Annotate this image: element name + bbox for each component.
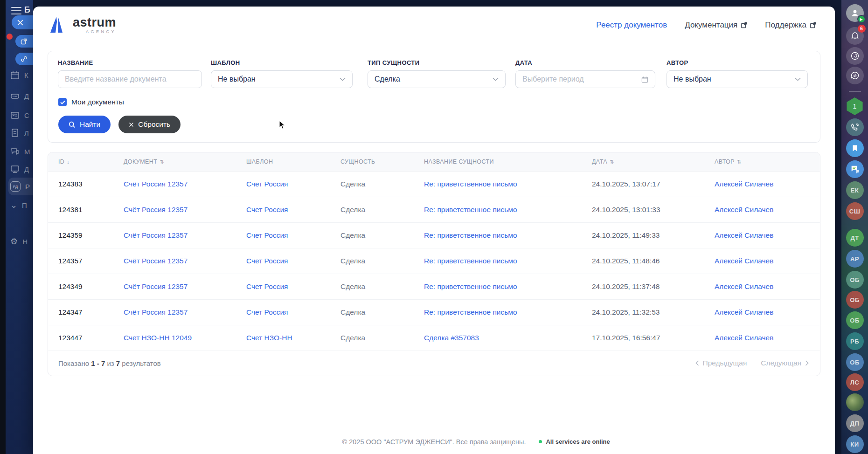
template-link[interactable]: Счет Россия	[246, 282, 288, 290]
chevron-down-icon: ⌄	[10, 200, 17, 210]
document-link[interactable]: Счёт Россия 12357	[124, 308, 187, 316]
close-slider-button[interactable]	[12, 15, 35, 29]
entity-name-link[interactable]: Re: приветственное письмо	[424, 231, 517, 239]
author-link[interactable]: Алексей Силачев	[715, 231, 773, 239]
chevron-right-icon	[805, 360, 809, 366]
template-link[interactable]: Счет Россия	[246, 180, 288, 188]
open-in-new-window-button[interactable]	[15, 35, 35, 48]
notifications-button[interactable]: 6	[846, 27, 864, 45]
chat-avatar[interactable]: ОБ	[846, 353, 864, 371]
link-icon	[21, 55, 28, 62]
top-navigation: Реестр документов Документация Поддержка	[596, 7, 816, 44]
sidebar-item-feed[interactable]: Л	[10, 128, 29, 138]
sidebar-item-settings[interactable]: ⚙ Н	[10, 237, 28, 246]
template-select[interactable]: Не выбран	[211, 70, 353, 88]
sidebar-item-messenger[interactable]: М	[10, 147, 30, 156]
chat-avatar[interactable]: ДП	[846, 414, 864, 432]
left-sidebar: Б К Д С Л М Д РД Р ⌄ П ⚙ Н	[6, 0, 33, 454]
entity-type-select[interactable]: Сделка	[368, 70, 506, 88]
author-link[interactable]: Алексей Силачев	[715, 334, 773, 342]
template-link[interactable]: Счет Россия	[246, 257, 288, 265]
sidebar-item-more[interactable]: ⌄ П	[10, 200, 27, 210]
chat-avatar[interactable]: ОБ	[846, 271, 864, 289]
chat-avatar[interactable]: ЕК	[846, 181, 864, 199]
find-button[interactable]: Найти	[58, 116, 111, 133]
column-header-id[interactable]: ID↓	[58, 158, 124, 165]
tasks-hexagon-badge[interactable]: 1	[846, 97, 864, 115]
date-range-picker[interactable]: Выберите период	[515, 70, 655, 88]
document-link[interactable]: Счет НЗО-НН 12049	[124, 334, 192, 342]
table-header-row: ID↓ ДОКУМЕНТ⇅ ШАБЛОН СУЩНОСТЬ НАЗВАНИЕ С…	[48, 152, 820, 172]
document-link[interactable]: Счёт Россия 12357	[124, 231, 187, 239]
close-icon	[129, 122, 134, 127]
nav-support[interactable]: Поддержка	[765, 21, 816, 30]
open-chats-button[interactable]	[846, 160, 864, 178]
copilot-button[interactable]	[846, 47, 864, 65]
chat-avatar[interactable]: СШ	[846, 202, 864, 220]
sidebar-item-drive[interactable]: Д	[10, 91, 29, 101]
document-link[interactable]: Счёт Россия 12357	[124, 206, 187, 213]
template-link[interactable]: Счет НЗО-НН	[246, 334, 292, 342]
author-link[interactable]: Алексей Силачев	[715, 206, 773, 213]
entity-name-link[interactable]: Re: приветственное письмо	[424, 206, 517, 213]
chat-avatar[interactable]: ДТ	[846, 229, 864, 247]
sidebar-item-document-registry[interactable]: РД Р	[10, 181, 30, 192]
chat-avatar[interactable]: ЛС	[846, 373, 864, 391]
pagination: Предыдущая Следующая	[695, 359, 809, 367]
external-link-icon	[21, 38, 27, 45]
chat-avatar[interactable]: РБ	[846, 332, 864, 350]
chat-avatar-photo[interactable]	[846, 393, 864, 411]
column-header-document[interactable]: ДОКУМЕНТ⇅	[124, 158, 246, 165]
author-link[interactable]: Алексей Силачев	[715, 282, 773, 290]
entity-name-link[interactable]: Re: приветственное письмо	[424, 257, 517, 265]
user-avatar[interactable]: ▶	[846, 4, 864, 22]
services-status: All services are online	[539, 438, 610, 445]
checkbox-checked[interactable]	[58, 98, 67, 106]
nav-document-registry[interactable]: Реестр документов	[596, 21, 667, 30]
spiral-icon	[850, 51, 860, 61]
bookmarks-button[interactable]	[846, 139, 864, 157]
chat-avatar[interactable]: ОБ	[846, 311, 864, 329]
close-icon	[17, 19, 24, 26]
menu-hamburger-icon[interactable]	[11, 7, 21, 14]
document-link[interactable]: Счёт Россия 12357	[124, 257, 187, 265]
author-select[interactable]: Не выбран	[667, 70, 808, 88]
sidebar-item-calendar[interactable]: К	[10, 70, 28, 80]
template-link[interactable]: Счет Россия	[246, 206, 288, 213]
nav-documentation[interactable]: Документация	[685, 21, 747, 30]
chat-avatar[interactable]: АР	[846, 250, 864, 268]
reset-button[interactable]: Сбросить	[118, 116, 181, 133]
copy-link-button[interactable]	[15, 53, 35, 65]
template-link[interactable]: Счет Россия	[246, 231, 288, 239]
sidebar-item-sites[interactable]: Д	[10, 165, 29, 174]
sort-icon: ⇅	[610, 159, 614, 165]
entity-name-link[interactable]: Сделка #357083	[424, 334, 479, 342]
copyright-text: © 2025 ООО "АСТРУМ ЭДЖЕНСИ". Все права з…	[342, 438, 526, 446]
document-name-input[interactable]	[65, 75, 195, 83]
next-page-button[interactable]: Следующая	[761, 359, 809, 367]
document-link[interactable]: Счёт Россия 12357	[124, 180, 187, 188]
results-table: ID↓ ДОКУМЕНТ⇅ ШАБЛОН СУЩНОСТЬ НАЗВАНИЕ С…	[48, 152, 820, 376]
entity-name-link[interactable]: Re: приветственное письмо	[424, 282, 517, 290]
column-header-date[interactable]: ДАТА⇅	[592, 158, 715, 165]
author-link[interactable]: Алексей Силачев	[715, 308, 773, 316]
author-link[interactable]: Алексей Силачев	[715, 257, 773, 265]
chat-avatar[interactable]: ОБ	[846, 291, 864, 309]
my-documents-checkbox-row[interactable]: Мои документы	[58, 98, 124, 106]
chevron-down-icon	[340, 77, 346, 81]
telephony-button[interactable]	[846, 118, 864, 136]
chat-avatar[interactable]: КИ	[846, 435, 864, 453]
sidebar-logo-letter: Б	[24, 5, 30, 15]
bell-icon	[850, 31, 860, 41]
filter-template: ШАБЛОН Не выбран	[211, 59, 353, 88]
author-link[interactable]: Алексей Силачев	[715, 180, 773, 188]
template-link[interactable]: Счет Россия	[246, 308, 288, 316]
entity-name-link[interactable]: Re: приветственное письмо	[424, 308, 517, 316]
sidebar-item-crm[interactable]: С	[10, 110, 29, 120]
column-header-author[interactable]: АВТОР⇅	[715, 158, 820, 165]
chat-sync-button[interactable]	[846, 67, 864, 84]
entity-name-link[interactable]: Re: приветственное письмо	[424, 180, 517, 188]
registry-badge: РД	[10, 181, 21, 192]
document-link[interactable]: Счёт Россия 12357	[124, 282, 187, 290]
previous-page-button[interactable]: Предыдущая	[695, 359, 747, 367]
